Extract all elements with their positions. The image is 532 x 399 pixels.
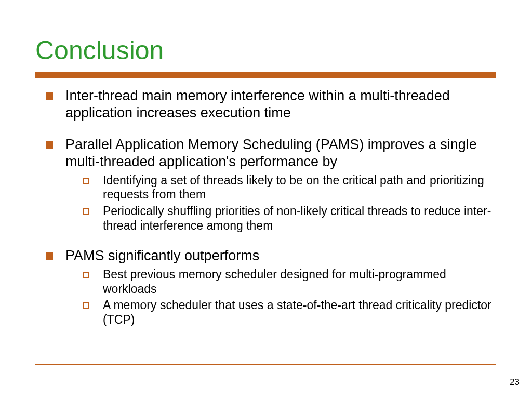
sub-bullet-group: Identifying a set of threads likely to b… (83, 174, 497, 233)
hollow-square-bullet-icon (83, 302, 89, 309)
square-bullet-icon (46, 141, 53, 149)
bullet-text: Parallel Application Memory Scheduling (… (65, 136, 497, 170)
sub-bullet-item: Identifying a set of threads likely to b… (83, 174, 497, 202)
bullet-item: Inter-thread main memory interference wi… (46, 87, 497, 122)
title-underline (35, 72, 496, 78)
sub-bullet-text: Periodically shuffling priorities of non… (103, 204, 497, 233)
footer-line (35, 364, 496, 365)
bullet-item: PAMS significantly outperforms (46, 247, 497, 264)
slide-title: Conclusion (35, 35, 164, 65)
square-bullet-icon (46, 92, 53, 100)
hollow-square-bullet-icon (83, 178, 89, 184)
sub-bullet-group: Best previous memory scheduler designed … (83, 268, 497, 327)
sub-bullet-text: Best previous memory scheduler designed … (103, 268, 497, 296)
sub-bullet-item: Best previous memory scheduler designed … (83, 268, 497, 296)
slide: Conclusion Inter-thread main memory inte… (0, 0, 532, 399)
bullet-text: PAMS significantly outperforms (65, 247, 497, 264)
hollow-square-bullet-icon (83, 272, 89, 278)
slide-content: Inter-thread main memory interference wi… (46, 87, 497, 329)
sub-bullet-text: Identifying a set of threads likely to b… (103, 174, 497, 202)
sub-bullet-text: A memory scheduler that uses a state-of-… (103, 298, 497, 327)
hollow-square-bullet-icon (83, 208, 89, 215)
page-number: 23 (510, 377, 520, 388)
square-bullet-icon (46, 252, 53, 260)
bullet-text: Inter-thread main memory interference wi… (65, 87, 497, 122)
sub-bullet-item: A memory scheduler that uses a state-of-… (83, 298, 497, 327)
bullet-item: Parallel Application Memory Scheduling (… (46, 136, 497, 170)
sub-bullet-item: Periodically shuffling priorities of non… (83, 204, 497, 233)
